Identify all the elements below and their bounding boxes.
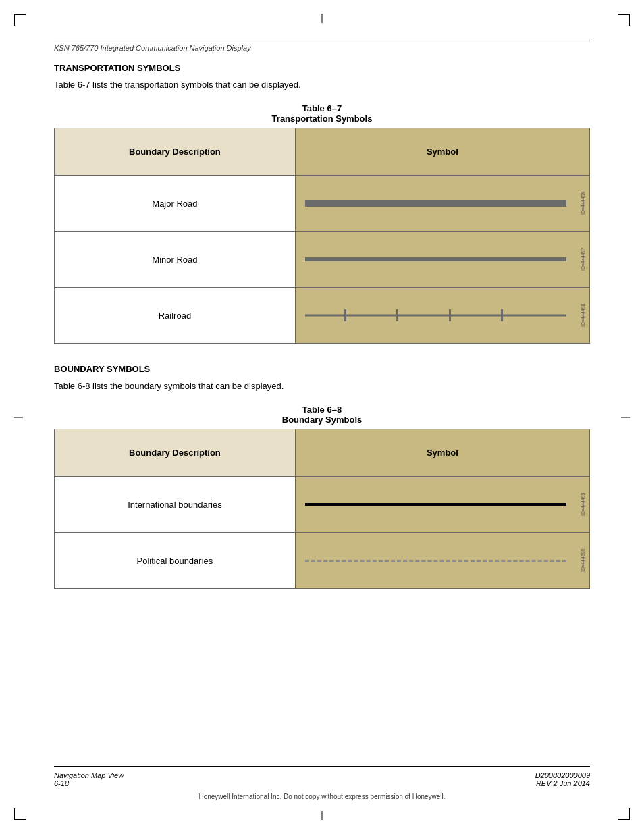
railroad-symbol	[305, 298, 580, 332]
transport-section-heading: TRANSPORTATION SYMBOLS	[54, 63, 590, 73]
corner-mark-tl	[14, 14, 26, 26]
boundary-col-symbol: Symbol	[295, 429, 589, 477]
footer-rule	[54, 766, 590, 767]
minor-road-label: Minor Road	[55, 232, 296, 288]
footer: Navigation Map View 6-18 D200802000009 R…	[54, 766, 590, 800]
footer-right-line1: D200802000009	[535, 771, 590, 779]
table-row: Political boundaries ID=444500	[55, 533, 590, 589]
railroad-symbol-cell: ID=444498	[295, 288, 589, 344]
political-boundary-line	[305, 560, 566, 562]
footer-center: Honeywell International Inc. Do not copy…	[54, 793, 590, 800]
railroad-id: ID=444498	[577, 288, 588, 343]
railroad-tie-3	[449, 309, 451, 321]
boundary-col-description: Boundary Description	[55, 429, 296, 477]
footer-right-line2: REV 2 Jun 2014	[535, 779, 590, 787]
boundary-table-title: Table 6–8 Boundary Symbols	[54, 405, 590, 425]
minor-road-symbol	[305, 242, 580, 276]
railroad-tie-2	[396, 309, 398, 321]
political-boundaries-symbol-cell: ID=444500	[295, 533, 589, 589]
major-road-label: Major Road	[55, 176, 296, 232]
table-row: Railroad ID=444498	[55, 288, 590, 344]
intl-boundaries-label: International boundaries	[55, 477, 296, 533]
political-boundaries-symbol	[305, 544, 580, 577]
corner-mark-br	[618, 808, 630, 820]
railroad-tie-1	[344, 309, 346, 321]
transport-table: Boundary Description Symbol Major Road I…	[54, 128, 590, 344]
table-row: Minor Road ID=444497	[55, 232, 590, 288]
minor-road-line	[305, 257, 566, 261]
political-boundaries-label: Political boundaries	[55, 533, 296, 589]
table-row: Major Road ID=444496	[55, 176, 590, 232]
major-road-id: ID=444496	[577, 176, 588, 231]
center-mark-top	[322, 14, 323, 23]
table-row: International boundaries ID=444499	[55, 477, 590, 533]
intl-boundaries-id: ID=444499	[577, 477, 588, 532]
center-mark-bottom	[322, 811, 323, 820]
minor-road-id: ID=444497	[577, 232, 588, 287]
boundary-table: Boundary Description Symbol Internationa…	[54, 429, 590, 589]
center-mark-left	[14, 417, 23, 417]
railroad-label: Railroad	[55, 288, 296, 344]
intl-boundaries-symbol	[305, 488, 580, 521]
footer-row: Navigation Map View 6-18 D200802000009 R…	[54, 771, 590, 787]
minor-road-symbol-cell: ID=444497	[295, 232, 589, 288]
transport-col-description: Boundary Description	[55, 128, 296, 176]
major-road-symbol-cell: ID=444496	[295, 176, 589, 232]
boundary-section-heading: BOUNDARY SYMBOLS	[54, 364, 590, 374]
page: KSN 765/770 Integrated Communication Nav…	[0, 0, 644, 834]
major-road-symbol	[305, 186, 580, 220]
transport-col-symbol: Symbol	[295, 128, 589, 176]
center-mark-right	[621, 417, 630, 417]
transport-intro: Table 6-7 lists the transportation symbo…	[54, 80, 590, 90]
major-road-line	[305, 200, 566, 207]
railroad-container	[305, 298, 566, 332]
corner-mark-bl	[14, 808, 26, 820]
header-rule	[54, 41, 590, 41]
footer-left: Navigation Map View 6-18	[54, 771, 124, 787]
corner-mark-tr	[618, 14, 630, 26]
footer-left-line2: 6-18	[54, 779, 124, 787]
railroad-tie-4	[501, 309, 503, 321]
footer-left-line1: Navigation Map View	[54, 771, 124, 779]
document-title: KSN 765/770 Integrated Communication Nav…	[54, 44, 590, 52]
footer-right: D200802000009 REV 2 Jun 2014	[535, 771, 590, 787]
intl-boundary-line	[305, 503, 566, 506]
political-boundaries-id: ID=444500	[577, 533, 588, 588]
intl-boundaries-symbol-cell: ID=444499	[295, 477, 589, 533]
transport-table-title: Table 6–7 Transportation Symbols	[54, 103, 590, 124]
boundary-intro: Table 6-8 lists the boundary symbols tha…	[54, 381, 590, 391]
